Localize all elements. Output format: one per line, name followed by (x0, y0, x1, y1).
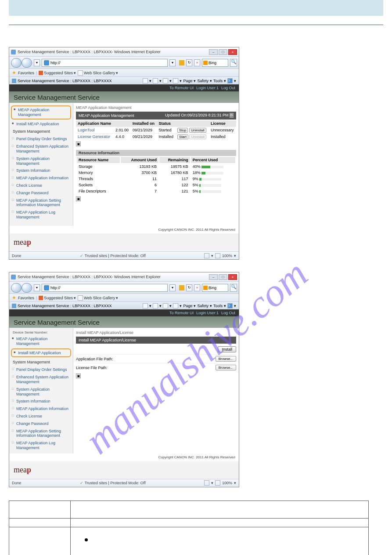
home-icon[interactable] (143, 78, 148, 83)
help-icon[interactable]: ? (227, 303, 233, 308)
sidebar-item-sys-app-mgmt[interactable]: System Application Management (9, 155, 73, 167)
print-icon[interactable] (173, 78, 178, 83)
web-slice-gallery[interactable]: Web Slice Gallery ▾ (78, 295, 118, 301)
address-bar[interactable]: http:// (42, 59, 168, 67)
sidebar-item-change-pwd[interactable]: Change Password (9, 189, 73, 197)
sidebar-item-check-license[interactable]: Check License (9, 413, 73, 420)
web-slice-gallery[interactable]: Web Slice Gallery ▾ (78, 70, 118, 76)
zone-icon[interactable] (204, 480, 209, 486)
feed-icon[interactable] (153, 78, 158, 83)
maximize-button[interactable]: □ (219, 49, 227, 55)
search-icon[interactable]: 🔍 (230, 284, 237, 292)
mail-icon[interactable] (163, 303, 168, 308)
safety-menu[interactable]: Safety (197, 304, 209, 308)
minimize-button[interactable]: – (209, 274, 218, 280)
browse-button[interactable]: Browse... (216, 365, 236, 370)
refresh-button[interactable]: ⟳ (230, 113, 234, 118)
tools-menu[interactable]: Tools (213, 304, 223, 308)
expand-icon[interactable]: ▣ (76, 374, 81, 378)
page-title: Service Management Service (14, 319, 100, 326)
refresh-icon[interactable]: ↻ (186, 59, 192, 66)
sidebar-item-meap-setting[interactable]: MEAP Application Setting Information Man… (9, 428, 73, 440)
home-icon[interactable] (143, 303, 148, 308)
stop-button[interactable]: Stop (177, 128, 188, 133)
back-button[interactable] (11, 283, 22, 293)
sidebar-item-meap-mgmt[interactable]: MEAP Application Management (9, 335, 73, 348)
sidebar-item-meap-setting[interactable]: MEAP Application Setting Information Man… (9, 197, 73, 209)
sidebar-item-panel-display[interactable]: Panel Display Order Settings (9, 366, 73, 374)
dropdown-icon[interactable]: ▾ (34, 284, 40, 291)
app-name[interactable]: LoginTool (76, 127, 114, 134)
address-bar[interactable]: http:// (42, 284, 168, 292)
browse-button[interactable]: Browse... (216, 356, 236, 362)
updated-label: Updated On:09/21/2029 8:21:31 PM (165, 113, 229, 117)
sidebar-item-install-meap[interactable]: Install MEAP Application (9, 120, 73, 128)
refresh-icon[interactable]: ↻ (186, 284, 192, 291)
maximize-button[interactable]: □ (219, 274, 227, 280)
bullet-icon (85, 538, 88, 541)
url-dropdown[interactable]: ▾ (169, 59, 176, 66)
stop-icon[interactable]: × (194, 59, 200, 66)
search-icon[interactable]: 🔍 (230, 59, 237, 67)
zoom-icon[interactable] (215, 480, 220, 486)
sidebar-item-sys-app-mgmt[interactable]: System Application Management (9, 386, 73, 398)
tab-title[interactable]: Service Management Service : LBPXXXX : L… (18, 79, 112, 83)
zoom-icon[interactable] (215, 253, 220, 258)
sidebar-item-sys-info[interactable]: System Information (9, 167, 73, 174)
top-nav-bar: To Remote UI Login User:1 Log Out (9, 309, 239, 316)
sidebar-item-enhanced[interactable]: Enhanced System Application Management (9, 374, 73, 386)
safety-menu[interactable]: Safety (197, 79, 209, 83)
app-name[interactable]: License Generator (76, 134, 114, 140)
sidebar-item-meap-app-info[interactable]: MEAP Application Information (9, 405, 73, 413)
forward-button[interactable] (22, 58, 32, 68)
dropdown-icon[interactable]: ▾ (34, 59, 40, 66)
sidebar-item-change-pwd[interactable]: Change Password (9, 420, 73, 428)
expand-icon[interactable]: ▣ (76, 141, 81, 146)
sidebar-item-panel-display[interactable]: Panel Display Order Settings (9, 135, 73, 143)
logout-link[interactable]: Log Out (221, 311, 235, 315)
suggested-sites[interactable]: Suggested Sites ▾ (39, 296, 76, 300)
print-icon[interactable] (173, 303, 178, 308)
forward-button[interactable] (22, 283, 32, 293)
tools-menu[interactable]: Tools (213, 79, 223, 83)
license-file-path-label: License File Path: (76, 366, 129, 370)
search-box[interactable]: Bing (202, 59, 228, 67)
sidebar-item-meap-mgmt[interactable]: MEAP Application Management (11, 105, 71, 120)
sidebar-item-check-license[interactable]: Check License (9, 182, 73, 189)
close-button[interactable]: × (228, 274, 237, 280)
close-button[interactable]: × (228, 49, 237, 55)
remote-ui-link[interactable]: To Remote UI (169, 311, 194, 315)
sidebar-item-meap-app-info[interactable]: MEAP Application Information (9, 174, 73, 182)
search-box[interactable]: Bing (202, 284, 228, 292)
sidebar-item-meap-log[interactable]: MEAP Application Log Management (9, 209, 73, 221)
zone-icon[interactable] (204, 253, 209, 258)
expand-icon[interactable]: ▣ (76, 196, 81, 201)
page-menu[interactable]: Page (183, 304, 192, 308)
window-title: Service Management Service : LBPXXXX : L… (18, 50, 161, 54)
logout-link[interactable]: Log Out (221, 86, 235, 90)
back-button[interactable] (11, 58, 22, 68)
feed-icon[interactable] (153, 303, 158, 308)
minimize-button[interactable]: – (209, 49, 218, 55)
sidebar-item-install-meap[interactable]: Install MEAP Application (11, 348, 71, 358)
tab-title[interactable]: Service Management Service : LBPXXXX : L… (18, 304, 112, 308)
doc-cell (9, 518, 71, 527)
help-icon[interactable]: ? (227, 78, 233, 83)
suggested-sites[interactable]: Suggested Sites ▾ (39, 71, 76, 75)
stop-icon[interactable]: × (194, 284, 200, 291)
star-icon[interactable]: ★ (12, 295, 16, 301)
start-button[interactable]: Start (177, 134, 188, 139)
url-dropdown[interactable]: ▾ (169, 284, 176, 291)
sidebar-item-enhanced[interactable]: Enhanced System Application Management (9, 143, 73, 155)
sidebar-item-meap-log[interactable]: MEAP Application Log Management (9, 439, 73, 452)
favorites-label: Favorites (18, 71, 34, 75)
sidebar-item-sys-info[interactable]: System Information (9, 398, 73, 405)
main-panel: MEAP Application Management MEAP Applica… (73, 103, 239, 226)
install-button[interactable]: Install (218, 346, 236, 352)
table-row: LoginTool 2.01.00 09/21/2029 Started Sto… (76, 127, 236, 134)
page-menu[interactable]: Page (183, 79, 192, 83)
mail-icon[interactable] (163, 78, 168, 83)
remote-ui-link[interactable]: To Remote UI (169, 86, 194, 90)
uninstall-button[interactable]: Uninstall (189, 128, 206, 133)
star-icon[interactable]: ★ (12, 70, 16, 76)
